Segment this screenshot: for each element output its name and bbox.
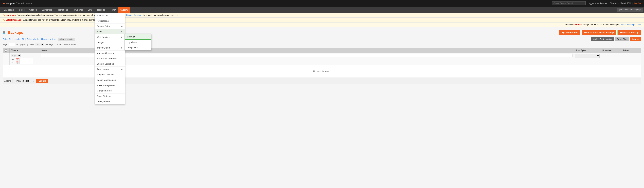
- system-dropdown: My Account Notifications Custom Grids ▶ …: [94, 13, 125, 87]
- select-all-link[interactable]: Select All: [3, 38, 11, 40]
- header-user-info: Logged in as theexten | Thursday, 25 Apr…: [588, 2, 641, 4]
- nav-promotions[interactable]: Promotions: [54, 7, 70, 13]
- reset-filter-button[interactable]: Reset Filter: [615, 37, 629, 41]
- grid-col-download: Download: [601, 48, 621, 53]
- submenu-backups[interactable]: Backups: [125, 34, 151, 40]
- filter-cell-checkbox: [3, 53, 10, 65]
- help-button[interactable]: ⓘ Get help for this page: [616, 8, 643, 12]
- filter-time-from[interactable]: [20, 58, 33, 61]
- nav-cms[interactable]: CMS: [85, 7, 95, 13]
- gear-icon: ⚙: [593, 38, 595, 40]
- filter-time-to[interactable]: [19, 61, 33, 64]
- page-title: Backups: [8, 30, 23, 35]
- nav-sales[interactable]: Sales: [17, 7, 27, 13]
- items-selected-badge: 0 items selected: [58, 38, 76, 41]
- grid-col-size: Size, Bytes: [574, 48, 601, 53]
- global-search-input[interactable]: [552, 1, 586, 5]
- dropdown-index-management[interactable]: Index Management: [95, 83, 125, 87]
- dropdown-transactional-emails[interactable]: Transactional Emails: [95, 56, 125, 61]
- dropdown-my-account[interactable]: My Account: [95, 13, 125, 18]
- dropdown-import-export[interactable]: Import/Export ▶: [95, 45, 125, 51]
- logo: ● Magento® Admin Panel: [3, 1, 32, 5]
- notice-count: 18: [594, 23, 596, 26]
- nav-system[interactable]: System: [118, 7, 130, 13]
- db-backup-button[interactable]: Database Backup: [618, 30, 641, 35]
- nav-customers[interactable]: Customers: [39, 7, 54, 13]
- messages-inbox-link[interactable]: Go to messages inbox: [621, 23, 641, 26]
- grid-col-checkbox: [3, 48, 10, 53]
- page-title-area: 💾 Backups: [3, 30, 23, 35]
- nav-plenty[interactable]: Plenty: [107, 7, 118, 13]
- tools-submenu: Backups Log Viewer Compilation: [124, 34, 152, 50]
- dropdown-cache-management[interactable]: Cache Management: [95, 77, 125, 83]
- dropdown-design[interactable]: Design: [95, 40, 125, 45]
- main-nav: Dashboard Sales Catalog Customers Promot…: [0, 7, 644, 13]
- magento-logo-icon: ●: [3, 1, 5, 5]
- submenu-log-viewer[interactable]: Log Viewer: [125, 40, 151, 45]
- nav-dashboard[interactable]: Dashboard: [1, 7, 17, 13]
- dropdown-manage-currency[interactable]: Manage Currency: [95, 51, 125, 56]
- select-visible-link[interactable]: Select Visible: [26, 38, 39, 40]
- grid-col-time[interactable]: Time ▼: [10, 48, 40, 53]
- dropdown-magento-connect[interactable]: Magento Connect: [95, 72, 125, 77]
- header: ● Magento® Admin Panel Logged in as thee…: [0, 0, 644, 7]
- dropdown-permissions[interactable]: Permissions ▶: [95, 67, 125, 72]
- submit-button[interactable]: Submit: [36, 79, 48, 83]
- header-right: Logged in as theexten | Thursday, 25 Apr…: [552, 1, 641, 5]
- sort-icon: ▼: [17, 49, 19, 52]
- app-title: Magento® Admin Panel: [6, 2, 32, 5]
- dropdown-tools[interactable]: Tools ▶: [95, 29, 125, 34]
- grid-customization-button[interactable]: ⚙ Grid Customization: [591, 37, 614, 41]
- page-actions: System Backup Database and Media Backup …: [560, 30, 641, 35]
- per-page-select[interactable]: 20 50 100: [35, 43, 44, 46]
- filter-size-select[interactable]: [575, 54, 600, 58]
- search-button[interactable]: Search: [630, 37, 641, 41]
- critical-count: 8 critical: [573, 23, 582, 26]
- alert-latest-label: Latest Message:: [6, 19, 22, 21]
- alert-important-suffix: , for protect your own checkout process.: [142, 14, 178, 16]
- alert-important-label: Important:: [6, 14, 16, 16]
- dropdown-notifications[interactable]: Notifications: [95, 18, 125, 24]
- grid-col-action: Action: [621, 48, 641, 53]
- db-media-backup-button[interactable]: Database and Media Backup: [582, 30, 616, 35]
- calendar-from-icon[interactable]: 📅: [16, 58, 19, 61]
- select-all-checkbox[interactable]: [4, 49, 7, 52]
- filter-cell-download: [601, 53, 621, 65]
- unselect-visible-link[interactable]: Unselect Visible: [41, 38, 56, 40]
- filter-cell-action: [621, 53, 641, 65]
- toolbar-right: ⚙ Grid Customization Reset Filter Search: [591, 37, 641, 41]
- actions-label: Actions: [4, 80, 11, 82]
- nav-right: ⓘ Get help for this page: [616, 8, 643, 12]
- chevron-right-icon: ▶: [121, 25, 123, 27]
- dropdown-custom-grids[interactable]: Custom Grids ▶: [95, 24, 125, 29]
- help-icon: ⓘ: [618, 8, 620, 11]
- system-backup-button[interactable]: System Backup: [560, 30, 580, 35]
- alert-icon-latest: ⚠: [3, 19, 5, 21]
- actions-select[interactable]: -- Please Select --: [12, 79, 35, 83]
- toolbar-left: Select All | Unselect All | Select Visib…: [3, 38, 75, 41]
- security-section-link[interactable]: Security Section: [126, 14, 141, 16]
- dropdown-custom-variables[interactable]: Custom Variables: [95, 61, 125, 67]
- nav-newsletter[interactable]: Newsletter: [70, 7, 85, 13]
- backup-page-icon: 💾: [3, 31, 6, 34]
- filter-cell-time: Any From: 📅 To: 📅: [10, 53, 40, 65]
- submenu-compilation[interactable]: Compilation: [125, 45, 151, 50]
- major-count: 1 major: [583, 23, 590, 26]
- dropdown-web-services[interactable]: Web Services ▶: [95, 34, 125, 40]
- unselect-all-link[interactable]: Unselect All: [14, 38, 24, 40]
- filter-cell-size: [574, 53, 601, 65]
- chevron-right-icon: ▶: [121, 68, 123, 70]
- chevron-right-icon: ▶: [121, 47, 123, 49]
- chevron-right-icon: ▶: [121, 31, 123, 33]
- calendar-to-icon[interactable]: 📅: [16, 61, 19, 64]
- nav-catalog[interactable]: Catalog: [27, 7, 39, 13]
- page-number-input[interactable]: [9, 43, 15, 46]
- time-any-select[interactable]: Any: [10, 54, 21, 57]
- alert-icon-important: ⚠: [3, 14, 5, 16]
- chevron-right-icon: ▶: [121, 36, 123, 38]
- nav-reports[interactable]: Reports: [95, 7, 107, 13]
- logout-link[interactable]: Log Out: [634, 2, 641, 4]
